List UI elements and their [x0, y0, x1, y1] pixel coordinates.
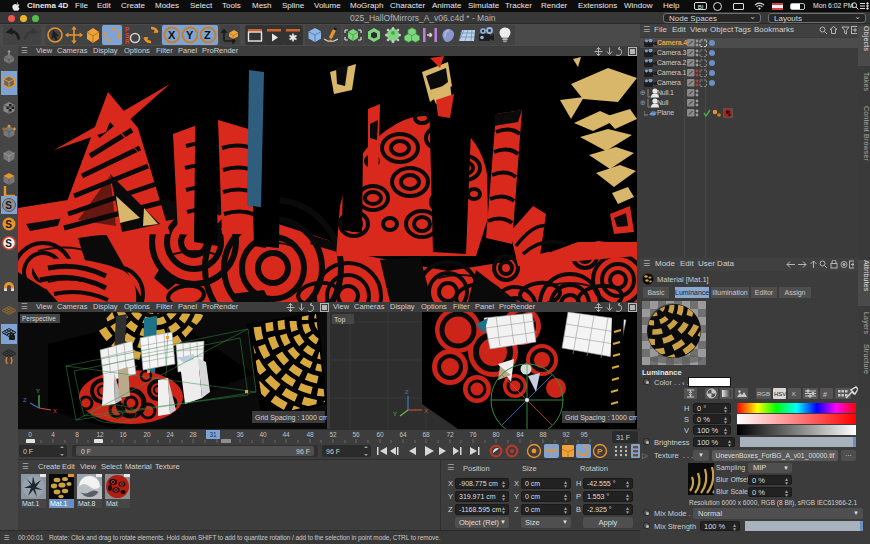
svg-text:8: 8: [75, 431, 79, 438]
svg-text:31 F: 31 F: [616, 434, 630, 441]
svg-text:Y: Y: [393, 411, 397, 417]
svg-text:52: 52: [329, 431, 337, 438]
svg-text:44: 44: [282, 431, 290, 438]
svg-text:20: 20: [143, 431, 151, 438]
svg-text:88: 88: [539, 431, 547, 438]
svg-text:Grid Spacing : 1000 cm: Grid Spacing : 1000 cm: [255, 414, 327, 422]
svg-text:Z: Z: [405, 389, 409, 395]
svg-text:64: 64: [399, 431, 407, 438]
svg-text:56: 56: [352, 431, 360, 438]
svg-text:HSV: HSV: [774, 391, 786, 397]
svg-text:( ): ( ): [5, 355, 13, 364]
svg-text:95: 95: [580, 431, 588, 438]
svg-text:92: 92: [562, 431, 570, 438]
svg-text:S: S: [5, 238, 12, 249]
svg-text:28: 28: [189, 431, 197, 438]
svg-text:X: X: [168, 29, 176, 41]
svg-text:80: 80: [492, 431, 500, 438]
svg-text:16: 16: [119, 431, 127, 438]
svg-text:96 F: 96 F: [326, 448, 340, 455]
svg-text:Grid Spacing : 1000 cm: Grid Spacing : 1000 cm: [565, 414, 637, 422]
svg-text:Top: Top: [334, 316, 345, 324]
svg-text:84: 84: [516, 431, 524, 438]
svg-text:96 F: 96 F: [296, 448, 310, 455]
svg-text:24: 24: [166, 431, 174, 438]
svg-text:#: #: [823, 391, 827, 398]
svg-text:Y: Y: [36, 388, 40, 394]
svg-text:76: 76: [469, 431, 477, 438]
svg-text:X: X: [53, 408, 57, 414]
svg-text:31: 31: [209, 431, 217, 438]
svg-text:K: K: [792, 391, 796, 397]
svg-text:RGB: RGB: [757, 391, 770, 397]
svg-text:0 F: 0 F: [23, 448, 33, 455]
svg-text:P: P: [597, 447, 603, 456]
svg-text:0: 0: [28, 431, 32, 438]
svg-text:4: 4: [51, 431, 55, 438]
svg-text:Y: Y: [186, 29, 194, 41]
svg-text:0 F: 0 F: [81, 448, 91, 455]
svg-text:Perspective: Perspective: [22, 315, 56, 323]
svg-text:R: R: [125, 38, 130, 45]
svg-text:S: S: [5, 219, 12, 230]
svg-text:Z: Z: [23, 397, 27, 403]
svg-text:72: 72: [446, 431, 454, 438]
svg-text:Z: Z: [204, 29, 211, 41]
svg-text:X: X: [424, 408, 428, 414]
svg-text:68: 68: [422, 431, 430, 438]
svg-text:40: 40: [259, 431, 267, 438]
svg-text:S: S: [5, 200, 12, 211]
svg-text:36: 36: [236, 431, 244, 438]
svg-text:12: 12: [96, 431, 104, 438]
svg-text:48: 48: [306, 431, 314, 438]
svg-text:60: 60: [376, 431, 384, 438]
